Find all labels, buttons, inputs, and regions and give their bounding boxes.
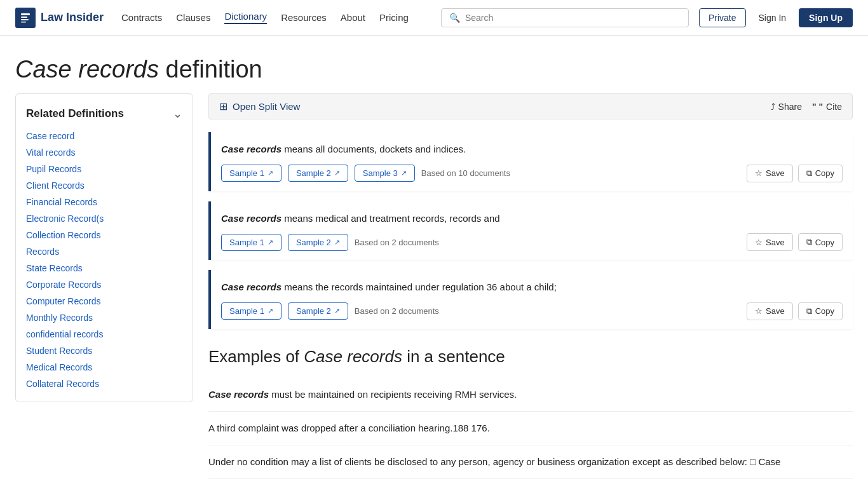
signin-button[interactable]: Sign In [752, 9, 793, 27]
list-item: Case record [26, 131, 182, 141]
save-copy-3: ☆ Save ⧉ Copy [747, 302, 843, 320]
sidebar-item-medical-records[interactable]: Medical Records [26, 362, 92, 372]
copy-btn-3[interactable]: ⧉ Copy [798, 302, 843, 320]
sample2-btn-3[interactable]: Sample 2 ↗ [288, 302, 348, 320]
sample1-btn-1[interactable]: Sample 1 ↗ [221, 165, 281, 182]
def-bold-1: Case records [221, 144, 281, 154]
save-btn-1[interactable]: ☆ Save [747, 165, 793, 182]
list-item: Financial Records [26, 197, 182, 207]
list-item: State Records [26, 263, 182, 273]
list-item: Vital records [26, 147, 182, 158]
logo[interactable]: Law Insider [15, 8, 104, 28]
nav-link-pricing[interactable]: Pricing [379, 12, 409, 23]
copy-icon-2: ⧉ [806, 237, 812, 247]
sidebar-collapse-button[interactable]: ⌄ [173, 107, 182, 121]
page-title-area: Case records definition [0, 36, 868, 93]
external-link-icon-4: ↗ [268, 238, 273, 247]
svg-rect-2 [21, 19, 29, 20]
toolbar-right-actions: ⤴ Share " " Cite [771, 102, 842, 112]
nav-link-about[interactable]: About [341, 12, 365, 23]
definition-card-2: Case records means medical and treatment… [208, 201, 853, 261]
def-actions-3: Sample 1 ↗ Sample 2 ↗ Based on 2 documen… [221, 302, 843, 320]
sample2-label-2: Sample 2 [296, 238, 331, 247]
signup-button[interactable]: Sign Up [799, 8, 853, 27]
list-item: Student Records [26, 346, 182, 356]
sidebar-item-vital-records[interactable]: Vital records [26, 147, 76, 158]
sidebar-item-confidential-records[interactable]: confidential records [26, 329, 103, 339]
private-button[interactable]: Private [699, 8, 746, 27]
svg-rect-0 [21, 13, 30, 15]
sidebar-item-computer-records[interactable]: Computer Records [26, 296, 101, 306]
copy-label-2: Copy [815, 238, 834, 247]
examples-title: Examples of Case records in a sentence [208, 347, 853, 367]
svg-rect-1 [21, 17, 27, 18]
sample2-btn-2[interactable]: Sample 2 ↗ [288, 234, 348, 251]
sidebar-item-state-records[interactable]: State Records [26, 263, 83, 273]
save-btn-3[interactable]: ☆ Save [747, 302, 793, 320]
list-item: Monthly Records [26, 313, 182, 323]
sidebar-item-pupil-records[interactable]: Pupil Records [26, 164, 81, 174]
search-container: 🔍 [441, 8, 689, 27]
copy-btn-2[interactable]: ⧉ Copy [798, 233, 843, 251]
split-view-icon: ⊞ [219, 100, 227, 112]
examples-section: Examples of Case records in a sentence C… [208, 347, 853, 479]
sidebar-item-collection-records[interactable]: Collection Records [26, 230, 101, 240]
share-label: Share [778, 102, 802, 112]
content-area: ⊞ Open Split View ⤴ Share " " Cite Case … [208, 93, 853, 479]
def-text-2: Case records means medical and treatment… [221, 212, 843, 226]
sidebar-item-collateral-records[interactable]: Collateral Records [26, 379, 99, 389]
sample2-label-3: Sample 2 [296, 306, 331, 316]
sidebar-header: Related Definitions ⌄ [26, 107, 182, 121]
list-item: Client Records [26, 180, 182, 191]
copy-icon-3: ⧉ [806, 306, 812, 316]
external-link-icon-5: ↗ [334, 238, 340, 247]
sample1-btn-2[interactable]: Sample 1 ↗ [221, 234, 281, 251]
sample3-btn-1[interactable]: Sample 3 ↗ [355, 165, 415, 182]
nav-link-dictionary[interactable]: Dictionary [224, 11, 267, 24]
nav-link-contracts[interactable]: Contracts [121, 12, 162, 23]
list-item: Electronic Record(s [26, 214, 182, 224]
search-icon: 🔍 [449, 13, 460, 23]
example-text-1: must be maintained on recipients receivi… [269, 389, 517, 400]
sidebar-item-monthly-records[interactable]: Monthly Records [26, 313, 93, 323]
star-icon-3: ☆ [755, 306, 763, 316]
sample2-btn-1[interactable]: Sample 2 ↗ [288, 165, 348, 182]
def-bold-2: Case records [221, 213, 281, 224]
cite-icon: " " [812, 102, 823, 112]
share-button[interactable]: ⤴ Share [771, 102, 802, 112]
definition-card-1: Case records means all documents, docket… [208, 132, 853, 191]
save-btn-2[interactable]: ☆ Save [747, 233, 793, 251]
sidebar-item-client-records[interactable]: Client Records [26, 180, 85, 191]
examples-title-suffix: in a sentence [402, 347, 505, 366]
def-text-3: Case records means the records maintaine… [221, 280, 843, 295]
sample1-btn-3[interactable]: Sample 1 ↗ [221, 302, 281, 320]
nav-link-clauses[interactable]: Clauses [176, 12, 210, 23]
example-item-2: A third complaint was dropped after a co… [208, 412, 853, 445]
def-rest-3: means the records maintained under regul… [281, 281, 557, 292]
logo-text: Law Insider [41, 11, 104, 24]
sidebar-list: Case record Vital records Pupil Records … [26, 131, 182, 389]
external-link-icon-3: ↗ [401, 169, 407, 177]
def-bold-3: Case records [221, 281, 281, 292]
copy-label-3: Copy [815, 306, 834, 316]
sidebar-item-corporate-records[interactable]: Corporate Records [26, 280, 101, 290]
examples-title-italic: Case records [304, 347, 402, 366]
example-item-3: Under no condition may a list of clients… [208, 445, 853, 479]
sample2-label-1: Sample 2 [296, 168, 331, 178]
star-icon-1: ☆ [755, 168, 763, 178]
sidebar-item-records[interactable]: Records [26, 247, 59, 257]
external-link-icon: ↗ [268, 169, 273, 177]
sidebar-item-electronic-records[interactable]: Electronic Record(s [26, 214, 104, 224]
list-item: Records [26, 247, 182, 257]
sidebar-item-financial-records[interactable]: Financial Records [26, 197, 97, 207]
cite-button[interactable]: " " Cite [812, 102, 842, 112]
search-input[interactable] [465, 13, 681, 23]
example-text-3: Under no condition may a list of clients… [208, 456, 780, 467]
external-link-icon-6: ↗ [268, 307, 273, 315]
sidebar-item-case-record[interactable]: Case record [26, 131, 74, 141]
sidebar-item-student-records[interactable]: Student Records [26, 346, 92, 356]
copy-btn-1[interactable]: ⧉ Copy [798, 165, 843, 182]
nav-link-resources[interactable]: Resources [281, 12, 327, 23]
def-rest-2: means medical and treatment records, rec… [281, 213, 500, 224]
open-split-view-button[interactable]: ⊞ Open Split View [219, 100, 300, 112]
